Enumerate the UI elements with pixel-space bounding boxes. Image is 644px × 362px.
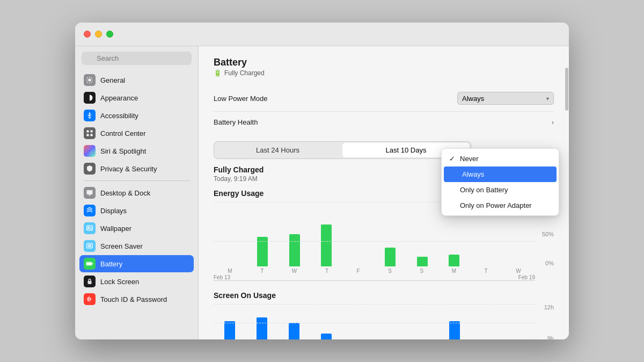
controlcenter-icon xyxy=(84,127,96,139)
dropdown-item-never[interactable]: ✓ Never xyxy=(442,151,559,166)
checkmark-icon: ✓ xyxy=(449,155,457,163)
screen-bar-7 xyxy=(438,304,471,339)
dropdown-label-never: Never xyxy=(460,155,479,163)
tab-24h[interactable]: Last 24 Hours xyxy=(214,142,341,158)
screen-bars xyxy=(214,304,535,339)
svg-rect-7 xyxy=(87,134,89,136)
page-title: Battery xyxy=(214,57,554,68)
displays-icon xyxy=(84,205,96,216)
sidebar-label-controlcenter: Control Center xyxy=(100,129,146,137)
screen-bar-8 xyxy=(471,304,503,339)
sidebar-label-displays: Displays xyxy=(100,207,127,215)
dropdown-label-always: Always xyxy=(462,170,484,178)
search-wrapper xyxy=(82,52,192,65)
close-button[interactable] xyxy=(84,31,91,38)
search-input[interactable] xyxy=(82,52,192,65)
battery-health-chevron[interactable]: › xyxy=(552,118,554,126)
wallpaper-icon xyxy=(84,222,96,234)
screen-chart-container: 12h 9h xyxy=(214,304,554,339)
sidebar-label-general: General xyxy=(100,76,125,84)
low-power-dropdown: ✓ Never Always Only on Battery xyxy=(441,148,559,216)
bar-col-4 xyxy=(343,202,374,266)
low-power-dropdown-trigger[interactable]: Always ▾ xyxy=(457,92,554,105)
sidebar-label-siri: Siri & Spotlight xyxy=(100,147,146,155)
svg-rect-18 xyxy=(92,263,93,265)
x-day-M2: M xyxy=(452,268,456,274)
dropdown-item-battery-only[interactable]: Only on Battery xyxy=(442,182,559,198)
titlebar xyxy=(75,23,569,46)
screen-on-title: Screen On Usage xyxy=(214,291,554,300)
scrollbar-thumb[interactable] xyxy=(565,68,568,111)
screen-y-label-9h: 9h xyxy=(547,335,554,339)
screen-bar-1 xyxy=(246,304,278,339)
scrollbar-track[interactable] xyxy=(565,46,569,339)
sidebar-label-desktop: Desktop & Dock xyxy=(100,189,150,197)
svg-point-2 xyxy=(89,79,91,82)
sidebar-item-controlcenter[interactable]: Control Center xyxy=(79,125,194,142)
x-day-S1: S xyxy=(388,268,392,274)
sidebar-item-displays[interactable]: Displays xyxy=(79,202,194,219)
sidebar-item-screensaver[interactable]: Screen Saver xyxy=(79,237,194,255)
svg-rect-6 xyxy=(91,131,93,133)
low-power-mode-label: Low Power Mode xyxy=(214,95,267,103)
sidebar-divider xyxy=(84,180,189,181)
low-power-right: Always ▾ ✓ Never Always xyxy=(457,92,554,105)
bar-col-2 xyxy=(280,202,310,266)
sidebar: General Appearance Accessibility xyxy=(75,46,199,339)
main-window: General Appearance Accessibility xyxy=(75,23,569,339)
lockscreen-icon xyxy=(84,276,96,287)
sidebar-item-lockscreen[interactable]: Lock Screen xyxy=(79,273,194,290)
y-label-0: 0% xyxy=(545,260,554,266)
battery-health-label: Battery Health xyxy=(214,118,258,126)
bar-col-6 xyxy=(407,202,437,266)
sidebar-label-lockscreen: Lock Screen xyxy=(100,278,139,286)
dropdown-current-value: Always xyxy=(462,95,484,103)
sidebar-label-appearance: Appearance xyxy=(100,94,138,102)
x-day-W2: W xyxy=(516,268,521,274)
screen-bar-5 xyxy=(375,304,407,339)
energy-x-axis: M T W T F S S M T W xyxy=(214,268,554,274)
time-range-tabs: Last 24 Hours Last 10 Days xyxy=(214,141,471,159)
bar-col-3 xyxy=(312,202,342,266)
minimize-button[interactable] xyxy=(95,31,102,38)
screensaver-icon xyxy=(84,240,96,252)
screen-bar-9 xyxy=(503,304,535,339)
desktop-icon xyxy=(84,187,96,199)
battery-health-row: Battery Health › xyxy=(214,112,554,133)
dropdown-label-battery: Only on Battery xyxy=(460,186,508,194)
battery-icon xyxy=(84,258,96,270)
screen-y-label-12h: 12h xyxy=(544,304,554,310)
x-date-feb13: Feb 13 xyxy=(214,274,230,280)
energy-x-dates: Feb 13 Feb 19 xyxy=(214,274,554,280)
svg-rect-11 xyxy=(89,195,91,196)
sidebar-label-wallpaper: Wallpaper xyxy=(100,225,131,233)
dropdown-label-adapter: Only on Power Adapter xyxy=(460,201,532,209)
sidebar-item-privacy[interactable]: Privacy & Security xyxy=(79,160,194,177)
sidebar-item-touchid[interactable]: Touch ID & Password xyxy=(79,291,194,308)
maximize-button[interactable] xyxy=(106,31,113,38)
dropdown-item-always[interactable]: Always xyxy=(444,166,557,182)
x-date-feb19: Feb 19 xyxy=(518,274,535,280)
sidebar-item-wallpaper[interactable]: Wallpaper xyxy=(79,220,194,237)
appearance-icon xyxy=(84,92,96,104)
sidebar-item-desktop[interactable]: Desktop & Dock xyxy=(79,184,194,201)
sidebar-item-general[interactable]: General xyxy=(79,71,194,89)
sidebar-label-accessibility: Accessibility xyxy=(100,112,138,120)
svg-rect-20 xyxy=(88,281,92,284)
sidebar-label-battery: Battery xyxy=(100,260,122,268)
x-day-S2: S xyxy=(420,268,423,274)
svg-rect-5 xyxy=(87,131,89,133)
privacy-icon xyxy=(84,163,96,175)
siri-icon xyxy=(84,145,96,157)
dropdown-item-adapter-only[interactable]: Only on Power Adapter xyxy=(442,198,559,213)
sidebar-label-touchid: Touch ID & Password xyxy=(100,295,167,303)
sidebar-item-appearance[interactable]: Appearance xyxy=(79,89,194,106)
sidebar-label-privacy: Privacy & Security xyxy=(100,165,157,173)
sidebar-item-accessibility[interactable]: Accessibility xyxy=(79,107,194,124)
chevron-down-icon: ▾ xyxy=(546,96,549,102)
x-day-T3: T xyxy=(485,268,488,274)
sidebar-item-battery[interactable]: Battery xyxy=(79,255,194,272)
screen-bar-2 xyxy=(278,304,310,339)
sidebar-item-siri[interactable]: Siri & Spotlight xyxy=(79,142,194,160)
touchid-icon xyxy=(84,293,96,305)
